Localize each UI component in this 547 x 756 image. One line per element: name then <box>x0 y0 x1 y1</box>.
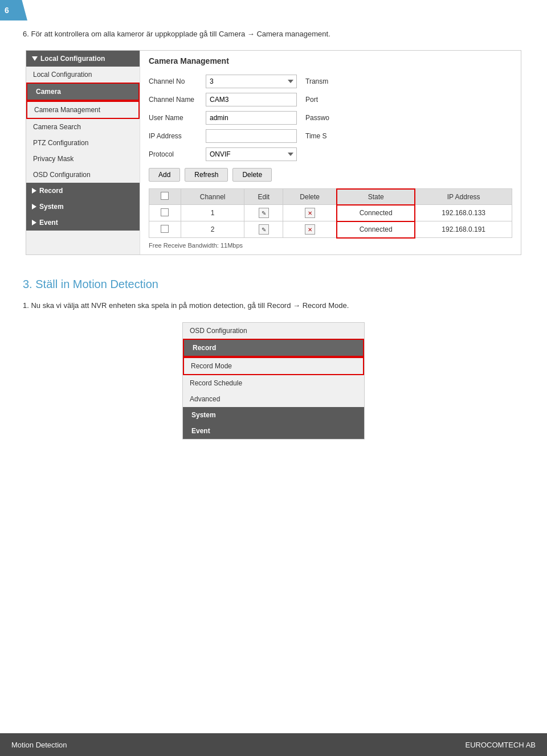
port-label: Port <box>305 96 318 104</box>
sidebar-camera-label: Camera <box>36 88 61 96</box>
user-name-row: User Name Passwo <box>149 111 512 125</box>
row2-channel: 2 <box>181 221 244 238</box>
sidebar: Local Configuration Local Configuration … <box>26 51 140 254</box>
row2-checkbox[interactable] <box>149 221 181 238</box>
channel-name-row: Channel Name Port <box>149 93 512 106</box>
col-header-channel: Channel <box>181 189 244 205</box>
sidebar2-advanced[interactable]: Advanced <box>183 391 364 407</box>
row1-edit[interactable]: ✎ <box>244 205 283 221</box>
row1-state: Connected <box>337 205 415 221</box>
channel-name-input[interactable] <box>206 93 297 106</box>
channel-no-row: Channel No 3 Transm <box>149 75 512 88</box>
col-header-edit: Edit <box>244 189 283 205</box>
ip-address-label: IP Address <box>149 132 206 140</box>
footer: Motion Detection EUROCOMTECH AB <box>0 733 547 756</box>
channel-no-select[interactable]: 3 <box>206 75 297 88</box>
action-buttons: Add Refresh Delete <box>149 168 512 182</box>
sidebar2-event-label: Event <box>191 427 210 435</box>
footer-right: EUROCOMTECH AB <box>465 741 536 749</box>
user-name-label: User Name <box>149 114 206 122</box>
protocol-select[interactable]: ONVIF <box>206 147 297 161</box>
user-name-input[interactable] <box>206 111 297 125</box>
add-button[interactable]: Add <box>149 168 180 182</box>
section3-heading: 3. Ställ in Motion Detection <box>23 278 524 291</box>
channel-name-label: Channel Name <box>149 96 206 104</box>
row1-ip: 192.168.0.133 <box>415 205 512 221</box>
sidebar2-osd-config[interactable]: OSD Configuration <box>183 323 364 339</box>
ip-address-input[interactable] <box>206 129 297 143</box>
col-header-state: State <box>337 189 415 205</box>
sidebar2-record-schedule[interactable]: Record Schedule <box>183 375 364 391</box>
sidebar-local-config-header[interactable]: Local Configuration <box>26 51 140 67</box>
row1-delete[interactable]: ✕ <box>283 205 337 221</box>
table-row: 1 ✎ ✕ Connected 192.168.0.133 <box>149 205 512 221</box>
row2-state: Connected <box>337 221 415 238</box>
time-s-label: Time S <box>305 132 327 140</box>
sidebar-item-camera-management[interactable]: Camera Management <box>26 101 140 119</box>
sidebar2-record-label: Record <box>193 344 216 352</box>
col-header-checkbox <box>149 189 181 205</box>
sidebar-local-config-label: Local Configuration <box>40 55 105 63</box>
row1-channel: 1 <box>181 205 244 221</box>
row1-checkbox[interactable] <box>149 205 181 221</box>
channel-table: Channel Edit Delete State IP Address 1 ✎… <box>149 188 512 239</box>
ip-address-row: IP Address Time S <box>149 129 512 143</box>
footer-left: Motion Detection <box>11 741 67 749</box>
record-menu-panel: OSD Configuration Record Record Mode Rec… <box>182 322 365 439</box>
step6-instruction: 6. För att kontrollera om alla kameror ä… <box>23 28 524 40</box>
sidebar2-system-label: System <box>191 411 216 419</box>
refresh-button[interactable]: Refresh <box>185 168 228 182</box>
sidebar-camera-header[interactable]: Camera <box>26 83 140 101</box>
row2-ip: 192.168.0.191 <box>415 221 512 238</box>
sidebar-item-osd-config[interactable]: OSD Configuration <box>26 167 140 183</box>
protocol-label: Protocol <box>149 150 206 158</box>
sidebar-event-label: Event <box>39 219 58 227</box>
event-expand-icon <box>32 220 36 225</box>
sidebar-record-header[interactable]: Record <box>26 183 140 199</box>
sidebar-system-label: System <box>39 203 64 211</box>
panel-title: Camera Management <box>149 56 512 68</box>
record-expand-icon <box>32 188 36 194</box>
password-label: Passwo <box>305 114 329 122</box>
channel-no-label: Channel No <box>149 77 206 85</box>
sidebar-record-label: Record <box>39 187 63 195</box>
sidebar-item-ptz-config[interactable]: PTZ Configuration <box>26 135 140 151</box>
sidebar-system-header[interactable]: System <box>26 199 140 215</box>
sidebar-item-camera-search[interactable]: Camera Search <box>26 119 140 135</box>
sidebar2-record-mode[interactable]: Record Mode <box>183 357 364 375</box>
transm-label: Transm <box>305 77 328 85</box>
camera-management-panel: Local Configuration Local Configuration … <box>26 50 521 255</box>
sidebar2-record-header[interactable]: Record <box>183 339 364 357</box>
delete-button[interactable]: Delete <box>232 168 272 182</box>
protocol-row: Protocol ONVIF <box>149 147 512 161</box>
sidebar2-system-header[interactable]: System <box>183 407 364 423</box>
main-panel: Camera Management Channel No 3 Transm Ch… <box>140 51 521 254</box>
sidebar-item-privacy-mask[interactable]: Privacy Mask <box>26 151 140 167</box>
row2-delete[interactable]: ✕ <box>283 221 337 238</box>
system-expand-icon <box>32 204 36 209</box>
col-header-ip: IP Address <box>415 189 512 205</box>
sidebar-event-header[interactable]: Event <box>26 215 140 231</box>
table-row: 2 ✎ ✕ Connected 192.168.0.191 <box>149 221 512 238</box>
sidebar2-event-header[interactable]: Event <box>183 423 364 439</box>
row2-edit[interactable]: ✎ <box>244 221 283 238</box>
col-header-delete: Delete <box>283 189 337 205</box>
section3-step1: 1. Nu ska vi välja att NVR enheten ska s… <box>23 300 524 311</box>
bandwidth-info: Free Receive Bandwidth: 11Mbps <box>149 242 512 249</box>
local-config-expand-icon <box>32 56 38 61</box>
sidebar-item-local-config[interactable]: Local Configuration <box>26 67 140 83</box>
